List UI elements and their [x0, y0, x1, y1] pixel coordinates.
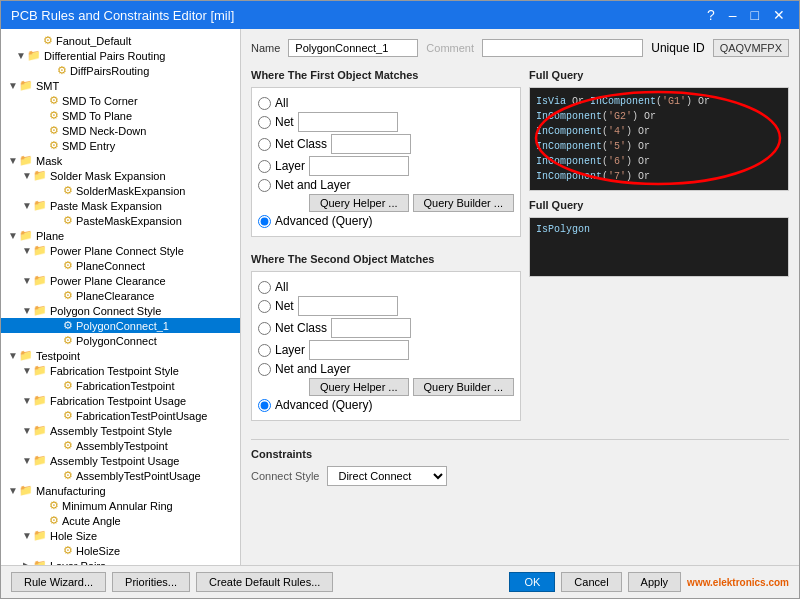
tree-item-power-clearance[interactable]: ▼ 📁 Power Plane Clearance: [1, 273, 240, 288]
tree-item-smd-plane[interactable]: ⚙ SMD To Plane: [1, 108, 240, 123]
ok-button[interactable]: OK: [509, 572, 555, 592]
radio-all-first-input[interactable]: [258, 97, 271, 110]
tree-label: AssemblyTestPointUsage: [76, 470, 201, 482]
tree-item-mask[interactable]: ▼ 📁 Mask: [1, 153, 240, 168]
tree-item-planeconnect[interactable]: ⚙ PlaneConnect: [1, 258, 240, 273]
tree-item-pastemask-exp[interactable]: ⚙ PasteMaskExpansion: [1, 213, 240, 228]
radio-netlayer-second-input[interactable]: [258, 363, 271, 376]
priorities-button[interactable]: Priorities...: [112, 572, 190, 592]
tree-label: Manufacturing: [36, 485, 106, 497]
tree-panel: ⚙ Fanout_Default ▼ 📁 Differential Pairs …: [1, 29, 241, 565]
tree-item-layer-pairs[interactable]: ▶ 📁 Layer Pairs: [1, 558, 240, 565]
rule-icon: ⚙: [63, 544, 73, 557]
tree-item-holesize[interactable]: ⚙ HoleSize: [1, 543, 240, 558]
radio-netclass-second-input[interactable]: [258, 322, 271, 335]
tree-item-assemblytestpoint[interactable]: ⚙ AssemblyTestpoint: [1, 438, 240, 453]
net-second-input[interactable]: [298, 296, 398, 316]
rule-icon: ⚙: [63, 259, 73, 272]
tree-item-fab-testpoint-usage[interactable]: ▼ 📁 Fabrication Testpoint Usage: [1, 393, 240, 408]
radio-netlayer-first-input[interactable]: [258, 179, 271, 192]
radio-advanced-second-input[interactable]: [258, 399, 271, 412]
rule-icon: ⚙: [63, 184, 73, 197]
rule-icon: ⚙: [43, 34, 53, 47]
netclass-first-input[interactable]: [331, 134, 411, 154]
tree-item-diff-pairs[interactable]: ▼ 📁 Differential Pairs Routing: [1, 48, 240, 63]
tree-item-min-annular[interactable]: ⚙ Minimum Annular Ring: [1, 498, 240, 513]
radio-layer-second-label: Layer: [275, 343, 305, 357]
connect-style-select[interactable]: Direct Connect Relief Connect No Connect: [327, 466, 447, 486]
apply-button[interactable]: Apply: [628, 572, 682, 592]
close-button[interactable]: ✕: [769, 7, 789, 23]
query-or-1: Or: [566, 96, 590, 107]
tree-label: SMT: [36, 80, 59, 92]
tree-item-smd-corner[interactable]: ⚙ SMD To Corner: [1, 93, 240, 108]
tree-item-paste-mask[interactable]: ▼ 📁 Paste Mask Expansion: [1, 198, 240, 213]
tree-item-polygon-connect-style[interactable]: ▼ 📁 Polygon Connect Style: [1, 303, 240, 318]
tree-item-polygonconnect-1[interactable]: ⚙ PolygonConnect_1: [1, 318, 240, 333]
name-row: Name Comment Unique ID QAQVMFPX: [251, 39, 789, 57]
query-fn-6: InComponent: [536, 171, 602, 182]
query-builder-first-btn[interactable]: Query Builder ...: [413, 194, 514, 212]
tree-item-soldermask-exp[interactable]: ⚙ SolderMaskExpansion: [1, 183, 240, 198]
full-query-first-wrapper: IsVia Or InComponent('G1') Or InComponen…: [529, 87, 789, 191]
tree-item-fanout-default[interactable]: ⚙ Fanout_Default: [1, 33, 240, 48]
tree-item-diff-pairs-child[interactable]: ⚙ DiffPairsRouting: [1, 63, 240, 78]
tree-item-acute-angle[interactable]: ⚙ Acute Angle: [1, 513, 240, 528]
expand-icon: ▼: [7, 350, 19, 361]
tree-label: SMD To Plane: [62, 110, 132, 122]
expand-icon: ▼: [7, 230, 19, 241]
first-object-box: All Net Net Class: [251, 87, 521, 237]
radio-netclass-first-input[interactable]: [258, 138, 271, 151]
maximize-button[interactable]: □: [747, 7, 763, 23]
rule-wizard-button[interactable]: Rule Wizard...: [11, 572, 106, 592]
tree-item-smd-entry[interactable]: ⚙ SMD Entry: [1, 138, 240, 153]
radio-layer-first-input[interactable]: [258, 160, 271, 173]
first-object-section: Where The First Object Matches All Net: [251, 69, 521, 245]
name-input[interactable]: [288, 39, 418, 57]
second-object-title: Where The Second Object Matches: [251, 253, 521, 265]
cancel-button[interactable]: Cancel: [561, 572, 621, 592]
tree-item-fabtestpointusage[interactable]: ⚙ FabricationTestPointUsage: [1, 408, 240, 423]
radio-layer-second-input[interactable]: [258, 344, 271, 357]
query-helper-first-btn[interactable]: Query Helper ...: [309, 194, 409, 212]
radio-netclass-first: Net Class: [258, 134, 514, 154]
net-first-input[interactable]: [298, 112, 398, 132]
query-str-5: '6': [608, 156, 626, 167]
create-default-button[interactable]: Create Default Rules...: [196, 572, 333, 592]
tree-item-solder-mask[interactable]: ▼ 📁 Solder Mask Expansion: [1, 168, 240, 183]
tree-item-assembly-testpoint-usage[interactable]: ▼ 📁 Assembly Testpoint Usage: [1, 453, 240, 468]
rule-icon: ⚙: [63, 439, 73, 452]
minimize-button[interactable]: –: [725, 7, 741, 23]
tree-item-assemblytestpointusage[interactable]: ⚙ AssemblyTestPointUsage: [1, 468, 240, 483]
help-button[interactable]: ?: [703, 7, 719, 23]
query-str-2: 'G2': [608, 111, 632, 122]
query-helper-second-btn[interactable]: Query Helper ...: [309, 378, 409, 396]
second-object-box: All Net Net Class: [251, 271, 521, 421]
radio-all-second-input[interactable]: [258, 281, 271, 294]
tree-item-fabtestpoint[interactable]: ⚙ FabricationTestpoint: [1, 378, 240, 393]
folder-icon: 📁: [27, 49, 41, 62]
tree-item-manufacturing[interactable]: ▼ 📁 Manufacturing: [1, 483, 240, 498]
full-query-second-title: Full Query: [529, 199, 789, 211]
query-builder-second-btn[interactable]: Query Builder ...: [413, 378, 514, 396]
tree-item-smd-neckdown[interactable]: ⚙ SMD Neck-Down: [1, 123, 240, 138]
tree-item-testpoint[interactable]: ▼ 📁 Testpoint: [1, 348, 240, 363]
tree-item-polygonconnect[interactable]: ⚙ PolygonConnect: [1, 333, 240, 348]
tree-item-fab-testpoint-style[interactable]: ▼ 📁 Fabrication Testpoint Style: [1, 363, 240, 378]
tree-item-hole-size[interactable]: ▼ 📁 Hole Size: [1, 528, 240, 543]
radio-net-first-input[interactable]: [258, 116, 271, 129]
comment-input[interactable]: [482, 39, 643, 57]
tree-item-plane[interactable]: ▼ 📁 Plane: [1, 228, 240, 243]
tree-item-planeclearance[interactable]: ⚙ PlaneClearance: [1, 288, 240, 303]
layer-second-input[interactable]: [309, 340, 409, 360]
tree-item-assembly-testpoint-style[interactable]: ▼ 📁 Assembly Testpoint Style: [1, 423, 240, 438]
comment-label: Comment: [426, 42, 474, 54]
radio-advanced-first-input[interactable]: [258, 215, 271, 228]
tree-item-power-connect[interactable]: ▼ 📁 Power Plane Connect Style: [1, 243, 240, 258]
folder-icon: 📁: [33, 394, 47, 407]
tree-label: Power Plane Connect Style: [50, 245, 184, 257]
netclass-second-input[interactable]: [331, 318, 411, 338]
layer-first-input[interactable]: [309, 156, 409, 176]
radio-net-second-input[interactable]: [258, 300, 271, 313]
tree-item-smt[interactable]: ▼ 📁 SMT: [1, 78, 240, 93]
